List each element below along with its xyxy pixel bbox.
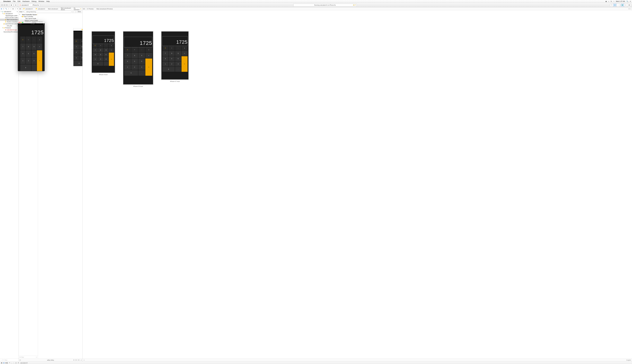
resolve-tool-icon[interactable]: |⊙| <box>78 359 80 361</box>
calc-key[interactable]: 1 <box>74 55 79 61</box>
calc-key[interactable]: 0 <box>162 66 175 72</box>
calc-key[interactable]: 4 <box>162 56 168 62</box>
stop-button[interactable]: ■ <box>14 4 18 6</box>
jump-warn-icon[interactable]: ⚠ <box>80 8 81 10</box>
calc-key[interactable]: = <box>182 56 188 72</box>
debug-step-into-icon[interactable]: ↓ <box>12 362 12 364</box>
calc-key[interactable]: 0 <box>74 60 82 66</box>
toggle-debug-button[interactable]: ▭ <box>624 4 628 6</box>
calc-key[interactable]: 7 <box>124 52 131 58</box>
preview-device[interactable]: 1725C+-x789+456=1230.=iPhone 4.7-inch <box>161 31 189 82</box>
ios-simulator-window[interactable]: iPhone 6s – iPhone 6s / iOS 9.2 (13C75) … <box>18 21 45 71</box>
status-sync-icon[interactable]: ↻ <box>611 0 612 2</box>
add-target-icon[interactable]: + <box>1 359 2 361</box>
calc-key[interactable]: + <box>131 47 138 52</box>
calc-key[interactable]: - <box>175 46 182 51</box>
debug-view-hierarchy-icon[interactable]: ◫ <box>15 362 16 364</box>
calc-key[interactable]: C <box>74 38 79 44</box>
calc-key[interactable]: = <box>145 58 152 76</box>
breakpoint-navigator-tab-icon[interactable]: ▭ <box>15 8 16 10</box>
outline-toggle-icon[interactable]: ▭ <box>20 359 21 361</box>
navigator-tabs[interactable]: ▤ ☲ 🔍 ⚠ ◇ ▦ ▭ ⧉ <box>0 7 18 10</box>
find-navigator-tab-icon[interactable]: 🔍 <box>5 8 7 10</box>
project-tree-row[interactable]: AppDelegate.swiftM <box>0 15 18 17</box>
filter-recent-icon[interactable]: ◔ <box>2 359 4 361</box>
filter-placeholder[interactable]: Filter <box>4 359 18 361</box>
menu-window[interactable]: Window <box>38 0 44 2</box>
view-controller-dock-icon[interactable] <box>82 29 82 30</box>
calc-key[interactable]: - <box>31 36 37 43</box>
debug-step-over-icon[interactable]: ↷ <box>9 362 10 364</box>
calc-key[interactable]: 7 <box>74 44 79 50</box>
calc-key[interactable]: 6 <box>175 56 182 62</box>
calc-key[interactable]: 4 <box>92 52 98 57</box>
assistant-related-icon[interactable]: ▤ <box>83 8 84 10</box>
project-tree-row[interactable]: LaunchScreen.storyboardM <box>0 23 18 25</box>
toggle-utilities-button[interactable]: ◨ <box>628 4 631 6</box>
calc-key[interactable]: 8 <box>98 48 104 52</box>
calc-key[interactable]: 9 <box>31 43 37 50</box>
calc-key[interactable]: . <box>104 62 109 66</box>
assistant-toggle-icon[interactable]: ▭ <box>628 8 630 10</box>
app-menu[interactable]: Simulator <box>3 0 11 2</box>
preview-canvas[interactable]: 1725C+-x789+456=1230.=iPhone 4-inch1725C… <box>82 10 632 362</box>
calc-key[interactable]: + <box>26 36 31 43</box>
menu-file[interactable]: File <box>13 0 16 2</box>
assistant-editor-button[interactable]: ◫ <box>613 4 616 6</box>
find-done-button[interactable]: Done <box>77 11 82 13</box>
calc-key[interactable]: 0 <box>92 62 104 66</box>
outline-row[interactable]: Bottom Layout Guide <box>19 19 38 21</box>
status-wifi-icon[interactable]: ⌔ <box>614 0 614 2</box>
calc-key[interactable]: 2 <box>168 61 175 66</box>
run-button[interactable]: ▶ <box>10 4 13 6</box>
project-navigator-tab-icon[interactable]: ▤ <box>1 8 2 10</box>
project-tree-row[interactable]: ▼calculatorUIM <box>0 10 18 13</box>
calc-key[interactable]: 7 <box>92 48 98 52</box>
sim-minimize-icon[interactable] <box>20 22 22 23</box>
standard-editor-button[interactable]: ☐ <box>610 4 613 6</box>
calc-key[interactable]: 0 <box>124 70 138 76</box>
calc-key[interactable]: 8 <box>168 51 175 56</box>
calc-key[interactable]: . <box>31 64 37 71</box>
outline-row[interactable]: ▼🟡View Controller <box>19 16 38 18</box>
calc-key[interactable]: 4 <box>20 50 26 57</box>
calc-key[interactable]: 2 <box>26 57 31 64</box>
calc-key[interactable]: x <box>182 46 188 51</box>
calc-key[interactable]: 6 <box>31 50 37 57</box>
notification-center-icon[interactable]: ≡ <box>630 0 631 2</box>
calc-key[interactable]: 1 <box>20 57 26 64</box>
debug-location-icon[interactable]: ➤ <box>18 362 19 364</box>
related-items-icon[interactable]: ▤ <box>20 8 21 10</box>
calc-key[interactable]: 0 <box>20 64 31 71</box>
calc-key[interactable]: + <box>168 46 175 51</box>
pin-tool-icon[interactable]: ⊞ <box>76 359 76 361</box>
status-clock[interactable]: Wed 1:37 AM <box>616 0 625 2</box>
scheme-selector[interactable]: ◆ calculatorUI 〉 iPhone 6s <box>18 4 40 6</box>
calc-key[interactable]: 7 <box>162 51 168 56</box>
calc-key[interactable]: 9 <box>138 52 145 58</box>
calc-key[interactable]: 3 <box>31 57 37 64</box>
find-next-icon[interactable]: › <box>74 11 76 13</box>
calc-key[interactable]: 7 <box>20 43 26 50</box>
calc-key[interactable]: 1 <box>92 57 98 62</box>
calc-key[interactable]: 2 <box>131 64 138 70</box>
outline-filter[interactable]: ⊕ Filter ▭ <box>19 356 38 358</box>
calc-key[interactable]: - <box>138 47 145 52</box>
calc-key[interactable]: 8 <box>79 44 82 50</box>
scene-dock[interactable] <box>73 28 82 30</box>
jump-bar-left[interactable]: ▤ ‹ › 📁calculatorUI〉 📁calculatorUI〉 Main… <box>19 7 82 10</box>
assistant-add-icon[interactable]: + <box>630 8 631 10</box>
align-tool-icon[interactable]: ⊟ <box>73 359 74 361</box>
preview-device[interactable]: 1725C+-x789+456=1230.=iPhone 5.5-inch <box>123 31 154 87</box>
activity-warning-badge[interactable]: ⚠ 2 <box>353 4 356 6</box>
add-preview-device-button[interactable]: + <box>84 359 84 361</box>
debug-target[interactable]: calculatorUI <box>20 362 28 364</box>
calc-key[interactable]: + <box>109 48 114 52</box>
calc-key[interactable]: + <box>98 43 104 48</box>
debug-navigator-tab-icon[interactable]: ▦ <box>12 8 14 10</box>
calculator-scene-view[interactable]: 1725 C+-x789+456=1230.= <box>73 30 82 66</box>
calc-key[interactable]: 1 <box>124 64 131 70</box>
calc-key[interactable]: 9 <box>175 51 182 56</box>
calc-key[interactable]: + <box>37 43 42 50</box>
calc-key[interactable]: - <box>104 43 109 48</box>
